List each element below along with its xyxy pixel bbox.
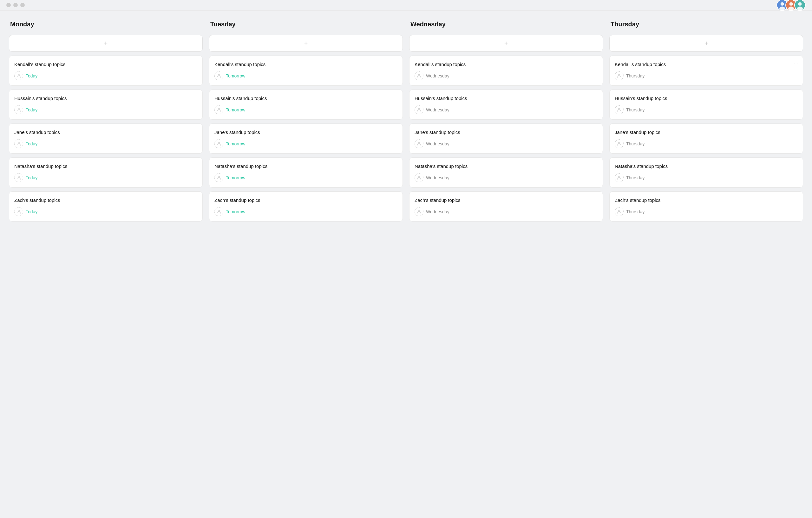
card-meta-jane-monday: Today (14, 139, 197, 148)
card-natasha-monday[interactable]: Natasha's standup topics Today (9, 158, 203, 188)
board: Monday+Kendall's standup topics TodayHus… (9, 21, 803, 222)
card-title-zach-wednesday: Zach's standup topics (414, 197, 598, 203)
card-title-hussain-monday: Hussain's standup topics (14, 96, 197, 101)
card-meta-hussain-wednesday: Wednesday (414, 105, 598, 114)
avatar-group (777, 0, 806, 11)
card-meta-zach-thursday: Thursday (615, 207, 798, 216)
column-thursday: Thursday+···Kendall's standup topics Thu… (609, 21, 803, 222)
card-jane-wednesday[interactable]: Jane's standup topics Wednesday (409, 124, 603, 154)
card-meta-jane-tuesday: Tomorrow (214, 139, 398, 148)
add-card-button-monday[interactable]: + (9, 35, 203, 52)
card-natasha-tuesday[interactable]: Natasha's standup topics Tomorrow (209, 158, 403, 188)
card-jane-thursday[interactable]: Jane's standup topics Thursday (609, 124, 803, 154)
card-date-jane-wednesday: Wednesday (426, 141, 450, 146)
card-kendall-monday[interactable]: Kendall's standup topics Today (9, 56, 203, 86)
card-date-kendall-monday: Today (26, 73, 37, 78)
card-title-kendall-monday: Kendall's standup topics (14, 61, 197, 67)
add-card-button-tuesday[interactable]: + (209, 35, 403, 52)
card-hussain-thursday[interactable]: Hussain's standup topics Thursday (609, 89, 803, 120)
card-jane-tuesday[interactable]: Jane's standup topics Tomorrow (209, 124, 403, 154)
avatar-3[interactable] (794, 0, 806, 11)
card-kendall-thursday[interactable]: ···Kendall's standup topics Thursday (609, 56, 803, 86)
card-hussain-wednesday[interactable]: Hussain's standup topics Wednesday (409, 89, 603, 120)
card-meta-kendall-monday: Today (14, 72, 197, 80)
card-date-kendall-wednesday: Wednesday (426, 73, 450, 78)
card-date-hussain-thursday: Thursday (626, 107, 644, 112)
add-card-button-thursday[interactable]: + (609, 35, 803, 52)
card-avatar-icon (615, 139, 624, 148)
card-meta-zach-tuesday: Tomorrow (214, 207, 398, 216)
card-hussain-monday[interactable]: Hussain's standup topics Today (9, 89, 203, 120)
card-zach-thursday[interactable]: Zach's standup topics Thursday (609, 191, 803, 222)
card-meta-natasha-thursday: Thursday (615, 173, 798, 182)
card-meta-hussain-monday: Today (14, 105, 197, 114)
card-date-jane-monday: Today (26, 141, 37, 146)
card-date-kendall-thursday: Thursday (626, 73, 644, 78)
card-jane-monday[interactable]: Jane's standup topics Today (9, 124, 203, 154)
card-zach-monday[interactable]: Zach's standup topics Today (9, 191, 203, 222)
card-meta-kendall-thursday: Thursday (615, 72, 798, 80)
card-title-kendall-wednesday: Kendall's standup topics (414, 61, 598, 67)
card-avatar-icon (14, 105, 23, 114)
card-avatar-icon (214, 173, 223, 182)
card-hussain-tuesday[interactable]: Hussain's standup topics Tomorrow (209, 89, 403, 120)
title-bar (0, 0, 812, 10)
column-header-thursday: Thursday (609, 21, 803, 31)
card-avatar-icon (414, 139, 424, 148)
card-date-zach-thursday: Thursday (626, 209, 644, 214)
card-title-natasha-thursday: Natasha's standup topics (615, 163, 798, 169)
card-meta-zach-monday: Today (14, 207, 197, 216)
card-avatar-icon (14, 207, 23, 216)
window-controls (6, 3, 25, 7)
card-meta-kendall-tuesday: Tomorrow (214, 72, 398, 80)
svg-point-7 (799, 2, 802, 6)
card-menu-icon[interactable]: ··· (792, 60, 799, 66)
card-date-jane-thursday: Thursday (626, 141, 644, 146)
card-title-zach-thursday: Zach's standup topics (615, 197, 798, 203)
card-title-zach-tuesday: Zach's standup topics (214, 197, 398, 203)
card-date-zach-wednesday: Wednesday (426, 209, 450, 214)
card-date-natasha-monday: Today (26, 175, 37, 180)
card-avatar-icon (214, 72, 223, 80)
card-avatar-icon (214, 139, 223, 148)
card-avatar-icon (14, 72, 23, 80)
card-avatar-icon (615, 72, 624, 80)
card-zach-wednesday[interactable]: Zach's standup topics Wednesday (409, 191, 603, 222)
card-meta-zach-wednesday: Wednesday (414, 207, 598, 216)
svg-point-2 (779, 6, 785, 10)
card-avatar-icon (214, 105, 223, 114)
card-title-hussain-wednesday: Hussain's standup topics (414, 96, 598, 101)
svg-point-8 (797, 6, 803, 10)
card-avatar-icon (14, 173, 23, 182)
card-avatar-icon (214, 207, 223, 216)
minimize-button[interactable] (13, 3, 18, 7)
card-natasha-thursday[interactable]: Natasha's standup topics Thursday (609, 158, 803, 188)
card-title-jane-thursday: Jane's standup topics (615, 130, 798, 135)
card-zach-tuesday[interactable]: Zach's standup topics Tomorrow (209, 191, 403, 222)
card-date-natasha-tuesday: Tomorrow (226, 175, 245, 180)
svg-point-1 (781, 2, 784, 6)
card-meta-natasha-monday: Today (14, 173, 197, 182)
card-date-hussain-wednesday: Wednesday (426, 107, 450, 112)
card-natasha-wednesday[interactable]: Natasha's standup topics Wednesday (409, 158, 603, 188)
card-title-kendall-thursday: Kendall's standup topics (615, 61, 798, 67)
card-avatar-icon (414, 207, 424, 216)
card-title-natasha-monday: Natasha's standup topics (14, 163, 197, 169)
svg-point-5 (788, 6, 794, 10)
card-date-hussain-tuesday: Tomorrow (226, 107, 245, 112)
add-card-button-wednesday[interactable]: + (409, 35, 603, 52)
card-date-natasha-thursday: Thursday (626, 175, 644, 180)
card-date-jane-tuesday: Tomorrow (226, 141, 245, 146)
card-meta-hussain-tuesday: Tomorrow (214, 105, 398, 114)
card-kendall-tuesday[interactable]: Kendall's standup topics Tomorrow (209, 56, 403, 86)
maximize-button[interactable] (20, 3, 25, 7)
close-button[interactable] (6, 3, 11, 7)
card-meta-natasha-wednesday: Wednesday (414, 173, 598, 182)
card-kendall-wednesday[interactable]: Kendall's standup topics Wednesday (409, 56, 603, 86)
card-avatar-icon (414, 173, 424, 182)
column-header-wednesday: Wednesday (409, 21, 603, 31)
card-date-zach-tuesday: Tomorrow (226, 209, 245, 214)
card-avatar-icon (615, 207, 624, 216)
card-avatar-icon (414, 72, 424, 80)
card-title-zach-monday: Zach's standup topics (14, 197, 197, 203)
